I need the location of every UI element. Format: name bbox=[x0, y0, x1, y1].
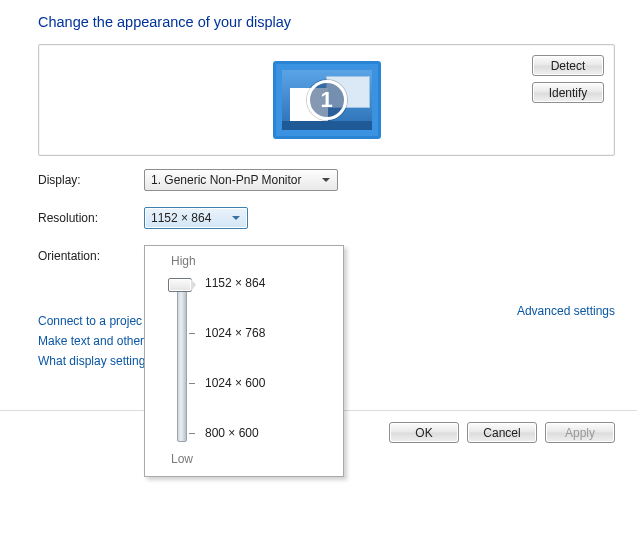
monitor-icon: 1 bbox=[273, 61, 381, 139]
resolution-option[interactable]: 800 × 600 bbox=[205, 426, 259, 440]
monitor-number-badge: 1 bbox=[307, 80, 347, 120]
detect-button[interactable]: Detect bbox=[532, 55, 604, 76]
slider-thumb[interactable] bbox=[168, 278, 192, 292]
resolution-option[interactable]: 1024 × 768 bbox=[205, 326, 265, 340]
chevron-down-icon bbox=[229, 211, 243, 225]
resolution-label: Resolution: bbox=[38, 211, 144, 225]
display-label: Display: bbox=[38, 173, 144, 187]
resolution-row: Resolution: 1152 × 864 bbox=[38, 204, 615, 232]
resolution-slider[interactable] bbox=[167, 270, 197, 450]
page-title: Change the appearance of your display bbox=[38, 14, 615, 30]
display-settings-page: Change the appearance of your display De… bbox=[0, 0, 637, 548]
slider-track bbox=[177, 280, 187, 442]
orientation-label: Orientation: bbox=[38, 249, 144, 263]
cancel-button[interactable]: Cancel bbox=[467, 422, 537, 443]
display-row: Display: 1. Generic Non-PnP Monitor bbox=[38, 166, 615, 194]
dialog-buttons: OK Cancel Apply bbox=[389, 422, 615, 443]
monitor-preview-area: Detect Identify 1 bbox=[38, 44, 615, 156]
slider-tick bbox=[189, 333, 195, 334]
chevron-down-icon bbox=[319, 173, 333, 187]
slider-tick bbox=[189, 383, 195, 384]
resolution-option[interactable]: 1024 × 600 bbox=[205, 376, 265, 390]
slider-tick bbox=[189, 433, 195, 434]
monitor-buttons: Detect Identify bbox=[532, 55, 604, 103]
resolution-selected: 1152 × 864 bbox=[151, 211, 211, 225]
monitor-graphic[interactable]: 1 bbox=[273, 61, 381, 139]
display-dropdown[interactable]: 1. Generic Non-PnP Monitor bbox=[144, 169, 338, 191]
slider-low-label: Low bbox=[171, 452, 331, 466]
slider-high-label: High bbox=[171, 254, 331, 268]
identify-button[interactable]: Identify bbox=[532, 82, 604, 103]
display-selected: 1. Generic Non-PnP Monitor bbox=[151, 173, 302, 187]
ok-button[interactable]: OK bbox=[389, 422, 459, 443]
apply-button[interactable]: Apply bbox=[545, 422, 615, 443]
resolution-slider-popup: High 1152 × 864 1024 × 768 1024 × 600 80… bbox=[144, 245, 344, 477]
resolution-option[interactable]: 1152 × 864 bbox=[205, 276, 265, 290]
resolution-options: 1152 × 864 1024 × 768 1024 × 600 800 × 6… bbox=[197, 270, 331, 450]
advanced-settings-link[interactable]: Advanced settings bbox=[517, 304, 615, 318]
resolution-dropdown[interactable]: 1152 × 864 bbox=[144, 207, 248, 229]
